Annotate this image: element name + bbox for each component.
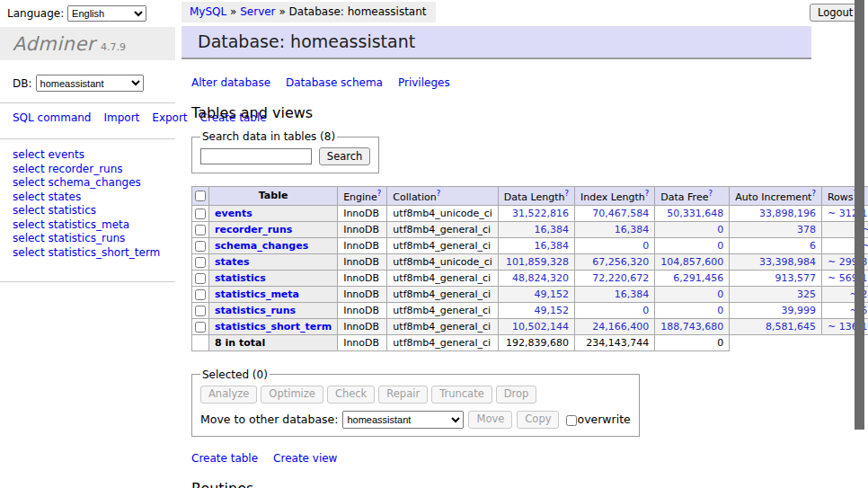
data-length-cell: 48,824,320 [498, 270, 574, 286]
table-link-statistics-short-term[interactable]: statistics_short_term [48, 246, 160, 259]
row-checkbox[interactable] [195, 209, 206, 219]
scrollbar[interactable] [855, 0, 864, 488]
move-db-select[interactable]: homeassistant [342, 411, 464, 429]
collation-cell: utf8mb4_general_ci [387, 318, 498, 334]
table-link-recorder-runs[interactable]: recorder_runs [48, 163, 122, 175]
select-link[interactable]: select [13, 163, 45, 175]
table-link-statistics-runs[interactable]: statistics_runs [48, 232, 125, 244]
overwrite-checkbox[interactable] [566, 415, 577, 426]
select-link[interactable]: select [13, 204, 45, 217]
help-icon[interactable]: ? [437, 189, 441, 198]
row-checkbox[interactable] [195, 225, 206, 235]
help-icon[interactable]: ? [565, 189, 570, 198]
select-link[interactable]: select [13, 191, 45, 203]
table-row: statistics_runs InnoDB utf8mb4_general_c… [192, 302, 868, 318]
help-icon[interactable]: ? [708, 189, 713, 198]
table-name-link[interactable]: schema_changes [215, 240, 308, 252]
help-icon[interactable]: ? [377, 189, 382, 198]
database-schema-link[interactable]: Database schema [286, 76, 383, 89]
import-link[interactable]: Import [103, 111, 139, 124]
drop-button[interactable]: Drop [496, 386, 537, 404]
row-checkbox[interactable] [195, 273, 206, 284]
data-free-cell: 0 [655, 334, 730, 350]
collation-cell: utf8mb4_unicode_ci [387, 253, 498, 270]
breadcrumb-server-link[interactable]: Server [240, 5, 275, 18]
engine-cell: InnoDB [338, 270, 387, 286]
list-item: select statistics_runs [13, 232, 175, 246]
row-checkbox[interactable] [195, 306, 206, 316]
table-row: recorder_runs InnoDB utf8mb4_general_ci … [192, 221, 868, 237]
table-row: schema_changes InnoDB utf8mb4_general_ci… [192, 237, 868, 253]
select-all-checkbox[interactable] [195, 191, 206, 201]
auto-increment-cell: 913,577 [730, 270, 822, 286]
table-name-link[interactable]: recorder_runs [215, 224, 292, 235]
table-link-states[interactable]: states [48, 191, 81, 203]
data-length-cell: 49,152 [498, 286, 574, 302]
engine-cell: InnoDB [338, 253, 387, 270]
table-name-link[interactable]: statistics_runs [215, 305, 296, 316]
table-name-link[interactable]: statistics [215, 272, 266, 284]
column-header-data-free: Data Free? [655, 187, 730, 206]
collation-cell: utf8mb4_general_ci [387, 334, 498, 350]
engine-cell: InnoDB [338, 237, 387, 253]
logout-button[interactable]: Logout [810, 4, 861, 22]
data-length-cell: 16,384 [498, 237, 574, 253]
select-link[interactable]: select [13, 218, 45, 231]
index-length-cell: 72,220,672 [575, 270, 655, 286]
row-checkbox[interactable] [195, 241, 206, 252]
optimize-button[interactable]: Optimize [261, 386, 323, 404]
truncate-button[interactable]: Truncate [431, 386, 492, 404]
create-view-link[interactable]: Create view [273, 452, 337, 465]
table-link-statistics-meta[interactable]: statistics_meta [48, 218, 129, 231]
index-length-cell: 67,256,320 [575, 253, 655, 270]
table-name-link[interactable]: statistics_short_term [215, 321, 332, 333]
table-row: statistics InnoDB utf8mb4_general_ci 48,… [192, 270, 868, 286]
breadcrumb-mysql-link[interactable]: MySQL [190, 5, 226, 18]
table-total-row: 8 in total InnoDB utf8mb4_general_ci 192… [192, 334, 868, 350]
language-select[interactable]: English [67, 5, 146, 22]
copy-button[interactable]: Copy [517, 411, 559, 429]
collation-cell: utf8mb4_unicode_ci [387, 205, 498, 221]
overwrite-label: overwrite [566, 413, 630, 426]
privileges-link[interactable]: Privileges [398, 76, 450, 89]
adminer-logo: Adminer [13, 33, 95, 55]
sidebar: Language: English Adminer 4.7.9 DB: home… [0, 0, 175, 488]
collation-cell: utf8mb4_general_ci [387, 302, 498, 318]
breadcrumb-current: Database: homeassistant [289, 5, 427, 18]
alter-database-link[interactable]: Alter database [191, 76, 270, 89]
scrollbar-thumb[interactable] [855, 0, 864, 430]
create-table-link-main[interactable]: Create table [191, 452, 258, 465]
language-label: Language: [7, 7, 64, 20]
row-checkbox[interactable] [195, 289, 206, 300]
select-link[interactable]: select [13, 148, 45, 161]
select-link[interactable]: select [13, 246, 45, 259]
search-input[interactable] [200, 148, 312, 164]
db-select[interactable]: homeassistant [36, 75, 144, 92]
analyze-button[interactable]: Analyze [200, 386, 257, 404]
move-button[interactable]: Move [468, 411, 512, 429]
search-button[interactable]: Search [319, 147, 371, 165]
table-header-row: Table Engine? Collation? Data Length? In… [192, 187, 868, 206]
table-link-statistics[interactable]: statistics [48, 204, 96, 217]
column-header-index-length: Index Length? [575, 187, 655, 206]
total-label: 8 in total [209, 334, 338, 350]
row-checkbox[interactable] [195, 257, 206, 268]
help-icon[interactable]: ? [811, 189, 816, 198]
select-link[interactable]: select [13, 232, 45, 244]
table-name-link[interactable]: statistics_meta [215, 288, 299, 300]
table-link-events[interactable]: events [48, 148, 84, 161]
table-link-schema-changes[interactable]: schema_changes [48, 176, 140, 189]
repair-button[interactable]: Repair [378, 386, 428, 404]
check-button[interactable]: Check [327, 386, 375, 404]
table-name-link[interactable]: states [215, 256, 250, 268]
help-icon[interactable]: ? [645, 189, 650, 198]
select-link[interactable]: select [13, 176, 45, 189]
list-item: select states [13, 191, 175, 205]
data-free-cell: 0 [655, 237, 730, 253]
row-checkbox[interactable] [195, 322, 206, 333]
sql-command-link[interactable]: SQL command [13, 111, 91, 124]
selected-buttons-row: AnalyzeOptimizeCheckRepairTruncateDrop [200, 386, 631, 404]
data-length-cell: 101,859,328 [498, 253, 574, 270]
table-row: statistics_meta InnoDB utf8mb4_general_c… [192, 286, 868, 302]
table-name-link[interactable]: events [215, 208, 252, 219]
